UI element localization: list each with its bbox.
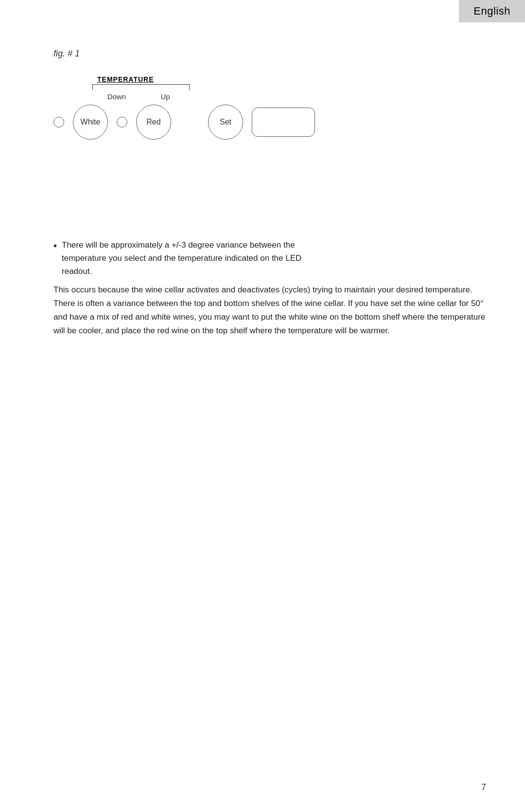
bullet1-line1: There will be approximately a +/-3 degre… <box>62 240 295 250</box>
figure-label: fig. # 1 <box>53 49 80 59</box>
bullet-text: There will be approximately a +/-3 degre… <box>62 238 486 278</box>
bullet1-line3: readout. <box>62 267 92 276</box>
radio-red[interactable] <box>117 117 127 127</box>
diagram: TEMPERATURE Down Up White Red Set <box>53 75 394 140</box>
white-button[interactable]: White <box>73 105 108 140</box>
radio-white[interactable] <box>53 117 64 127</box>
page-number: 7 <box>481 782 486 793</box>
temperature-label: TEMPERATURE <box>97 75 154 83</box>
controls-row: White Red Set <box>53 105 394 140</box>
bullet-dot: • <box>53 238 57 278</box>
down-label: Down <box>92 92 141 101</box>
bullet1-line2: temperature you select and the temperatu… <box>62 253 301 263</box>
down-up-row: Down Up <box>92 92 394 101</box>
language-header: English <box>459 0 525 22</box>
red-button[interactable]: Red <box>136 105 171 140</box>
text-section: • There will be approximately a +/-3 deg… <box>53 238 486 338</box>
paragraph-1: This occurs because the wine cellar acti… <box>53 283 486 338</box>
bullet-item-1: • There will be approximately a +/-3 deg… <box>53 238 486 278</box>
temperature-section: TEMPERATURE <box>92 75 394 90</box>
set-button[interactable]: Set <box>208 105 243 140</box>
temperature-bracket <box>92 84 190 90</box>
up-label: Up <box>141 92 190 101</box>
led-display <box>252 108 315 137</box>
